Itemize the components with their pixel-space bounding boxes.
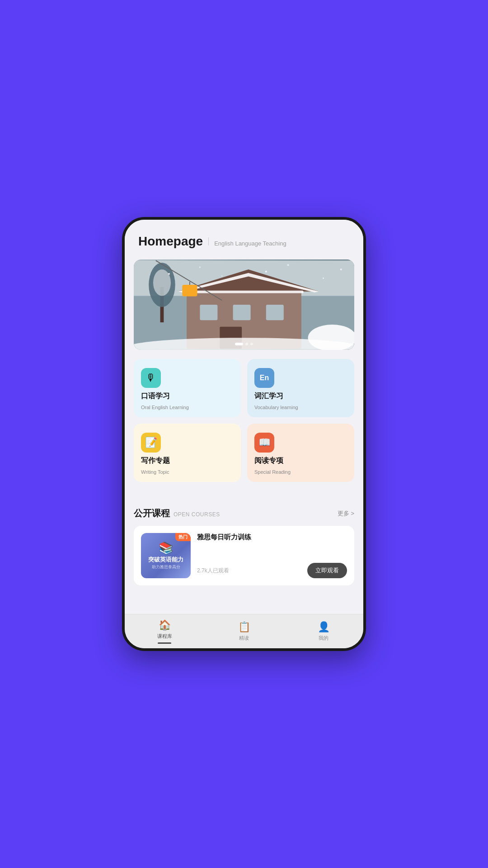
category-reading[interactable]: 📖 阅读专项 Special Reading: [247, 424, 354, 482]
svg-rect-7: [200, 305, 217, 320]
reading-nav-label: 精读: [239, 635, 249, 642]
courses-icon: 🏠: [159, 619, 171, 631]
course-footer: 2.7k人已观看 立即观看: [197, 563, 347, 578]
writing-icon: 📝: [141, 433, 161, 453]
svg-point-26: [340, 269, 342, 270]
nav-reading[interactable]: 📋 精读: [204, 621, 284, 642]
course-card: 热门 📚 突破英语能力 助力雅思拿高分 雅思每日听力训练 2.7k人已观看 立即…: [134, 526, 354, 585]
oral-icon: 🎙: [141, 368, 161, 388]
reading-nav-icon: 📋: [238, 621, 250, 633]
vocab-desc: Vocabulary learning: [254, 405, 347, 410]
svg-rect-9: [266, 305, 284, 320]
thumb-book: 📚: [159, 541, 173, 555]
open-courses-title-zh: 公开课程: [134, 507, 170, 519]
dot-2: [245, 343, 248, 345]
svg-point-25: [221, 276, 222, 277]
svg-point-15: [153, 269, 171, 296]
writing-name: 写作专题: [141, 456, 234, 466]
svg-point-24: [287, 264, 289, 266]
course-title: 雅思每日听力训练: [197, 533, 347, 542]
category-writing[interactable]: 📝 写作专题 Writing Topic: [134, 424, 241, 482]
reading-icon: 📖: [254, 433, 274, 453]
vocab-icon: En: [254, 368, 274, 388]
section-title-group: 公开课程 OPEN COURSES: [134, 507, 220, 519]
open-courses-title-en: OPEN COURSES: [174, 511, 220, 518]
category-grid: 🎙 口语学习 Oral English Learning En 词汇学习 Voc…: [125, 359, 363, 482]
mine-label: 我的: [319, 635, 328, 642]
writing-desc: Writing Topic: [141, 469, 234, 475]
header-subtitle: English Language Teaching: [214, 240, 286, 247]
svg-point-22: [265, 271, 267, 273]
hero-banner[interactable]: [134, 259, 354, 350]
svg-point-23: [323, 278, 324, 279]
vocab-name: 词汇学习: [254, 392, 347, 401]
svg-rect-8: [233, 305, 251, 320]
watch-button[interactable]: 立即观看: [307, 563, 347, 578]
thumb-sub-text: 助力雅思拿高分: [152, 564, 180, 570]
thumb-content: 热门 📚 突破英语能力 助力雅思拿高分: [141, 533, 191, 578]
svg-rect-12: [184, 291, 304, 293]
nav-mine[interactable]: 👤 我的: [284, 621, 363, 642]
nav-active-indicator: [158, 642, 171, 644]
oral-desc: Oral English Learning: [141, 405, 234, 410]
dot-1: [235, 343, 243, 345]
hot-badge: 热门: [175, 533, 191, 541]
svg-point-20: [168, 273, 170, 275]
oral-name: 口语学习: [141, 392, 234, 401]
nav-courses[interactable]: 🏠 课程库: [125, 619, 204, 644]
banner-image: [134, 259, 354, 350]
page-title: Homepage: [138, 234, 203, 249]
open-courses-more[interactable]: 更多 >: [338, 509, 354, 518]
open-courses-header: 公开课程 OPEN COURSES 更多 >: [125, 507, 363, 526]
course-thumbnail: 热门 📚 突破英语能力 助力雅思拿高分: [141, 533, 191, 578]
carousel-dots: [235, 343, 253, 345]
bottom-nav: 🏠 课程库 📋 精读 👤 我的: [125, 614, 363, 648]
mine-icon: 👤: [318, 621, 330, 633]
banner-scene: [134, 259, 354, 350]
courses-label: 课程库: [157, 633, 172, 640]
svg-point-21: [199, 267, 201, 268]
course-info: 雅思每日听力训练 2.7k人已观看 立即观看: [197, 533, 347, 578]
reading-name: 阅读专项: [254, 456, 347, 466]
dot-3: [250, 343, 253, 345]
category-oral[interactable]: 🎙 口语学习 Oral English Learning: [134, 359, 241, 417]
page-header: Homepage English Language Teaching: [125, 220, 363, 256]
thumb-main-text: 突破英语能力: [148, 556, 183, 563]
reading-desc: Special Reading: [254, 469, 347, 475]
header-divider: [208, 237, 209, 245]
svg-rect-18: [182, 285, 197, 296]
category-vocab[interactable]: En 词汇学习 Vocabulary learning: [247, 359, 354, 417]
course-views: 2.7k人已观看: [197, 567, 229, 575]
